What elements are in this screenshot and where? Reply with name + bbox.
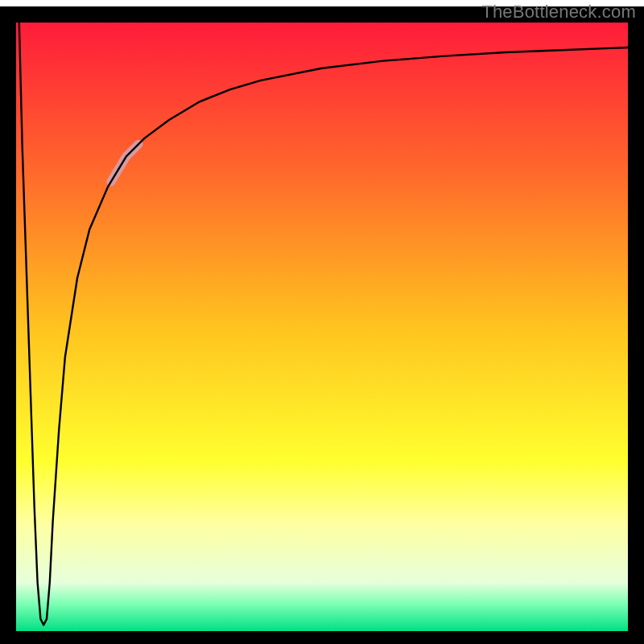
bottleneck-chart xyxy=(0,0,644,644)
chart-background xyxy=(16,23,628,631)
watermark-text: TheBottleneck.com xyxy=(481,2,636,23)
